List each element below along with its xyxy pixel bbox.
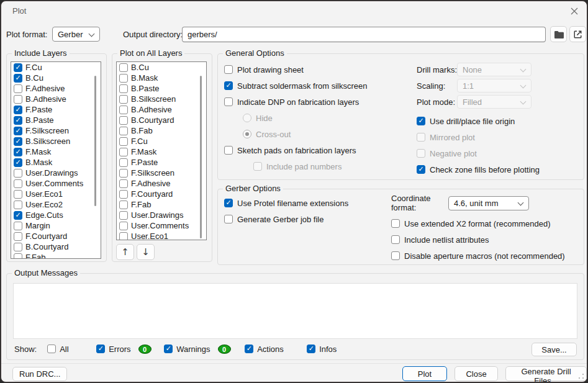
output-messages-area[interactable] xyxy=(13,283,577,339)
layer-row[interactable]: User.Comments xyxy=(11,178,101,189)
layer-checkbox[interactable] xyxy=(14,232,22,241)
plot-button[interactable]: Plot xyxy=(402,366,447,381)
layer-checkbox[interactable] xyxy=(14,253,22,259)
layer-checkbox[interactable] xyxy=(14,63,22,72)
layer-row[interactable]: F.Mask xyxy=(117,146,206,157)
option-checkbox[interactable] xyxy=(224,215,233,223)
filter-checkbox-row[interactable]: Actions xyxy=(245,345,307,354)
layer-row[interactable]: F.Paste xyxy=(11,104,101,115)
option-checkbox[interactable] xyxy=(243,130,251,138)
filter-checkbox[interactable] xyxy=(245,345,253,353)
filter-checkbox-row[interactable]: Infos xyxy=(307,345,337,354)
option-row[interactable]: Use Protel filename extensions xyxy=(224,195,392,211)
layer-row[interactable]: B.Cu xyxy=(11,73,101,83)
layer-checkbox[interactable] xyxy=(119,190,128,199)
layer-row[interactable]: B.Courtyard xyxy=(11,241,101,252)
layer-checkbox[interactable] xyxy=(14,243,22,251)
layer-row[interactable]: B.Mask xyxy=(117,73,206,83)
save-button[interactable]: Save... xyxy=(531,343,577,356)
option-checkbox[interactable] xyxy=(417,149,425,158)
layer-row[interactable]: Margin xyxy=(11,220,101,231)
layer-row[interactable]: F.Adhesive xyxy=(11,83,101,94)
layer-checkbox[interactable] xyxy=(14,179,22,188)
layer-row[interactable]: User.Comments xyxy=(117,220,206,231)
layer-checkbox[interactable] xyxy=(14,201,22,209)
option-row[interactable]: Disable aperture macros (not recommended… xyxy=(391,248,581,264)
layer-row[interactable]: F.Courtyard xyxy=(117,189,206,199)
option-select[interactable]: 1:1 xyxy=(457,79,531,92)
layer-row[interactable]: User.Eco1 xyxy=(117,231,206,240)
option-row[interactable]: Use drill/place file origin xyxy=(417,113,581,129)
option-row[interactable]: Check zone fills before plotting xyxy=(417,161,581,178)
option-checkbox[interactable] xyxy=(243,114,251,122)
layer-checkbox[interactable] xyxy=(119,148,128,156)
layer-checkbox[interactable] xyxy=(14,74,22,83)
layer-checkbox[interactable] xyxy=(14,190,22,199)
layer-row[interactable]: B.Adhesive xyxy=(11,94,101,104)
run-drc-button[interactable]: Run DRC... xyxy=(12,367,67,381)
resize-grip[interactable] xyxy=(578,373,584,379)
layer-checkbox[interactable] xyxy=(119,179,128,188)
layer-row[interactable]: B.Mask xyxy=(11,157,101,168)
filter-checkbox-row[interactable]: Errors 0 xyxy=(96,345,164,354)
close-button[interactable]: Close xyxy=(455,366,498,381)
move-up-button[interactable]: ↑ xyxy=(116,244,134,260)
layer-checkbox[interactable] xyxy=(14,222,22,230)
option-checkbox[interactable] xyxy=(417,133,425,142)
include-layers-list[interactable]: F.Cu B.Cu F.Adhesive B.Adhesive F.Paste … xyxy=(11,61,101,259)
layer-checkbox[interactable] xyxy=(119,106,128,114)
layer-checkbox[interactable] xyxy=(14,106,22,114)
layer-checkbox[interactable] xyxy=(119,95,128,104)
generate-drill-files-button[interactable]: Generate Drill Files... xyxy=(505,366,587,381)
layer-row[interactable]: B.Courtyard xyxy=(117,115,206,125)
plot-on-all-layers-list[interactable]: B.Cu B.Mask B.Paste B.Silkscreen B.Adhes… xyxy=(116,61,207,240)
layer-checkbox[interactable] xyxy=(119,116,128,125)
output-directory-input[interactable] xyxy=(182,27,546,42)
option-checkbox[interactable] xyxy=(253,162,262,171)
option-row[interactable]: Negative plot xyxy=(417,145,581,161)
layer-row[interactable]: F.Silkscreen xyxy=(11,125,101,136)
filter-checkbox[interactable] xyxy=(96,345,105,353)
layer-row[interactable]: B.Silkscreen xyxy=(117,94,206,104)
layer-checkbox[interactable] xyxy=(119,232,128,241)
layer-checkbox[interactable] xyxy=(14,137,22,146)
layer-row[interactable]: User.Eco1 xyxy=(11,189,101,199)
layer-checkbox[interactable] xyxy=(14,127,22,135)
filter-checkbox-row[interactable]: All xyxy=(47,345,96,354)
layer-checkbox[interactable] xyxy=(14,148,22,156)
option-checkbox[interactable] xyxy=(417,117,425,125)
layer-checkbox[interactable] xyxy=(119,222,128,230)
layer-row[interactable]: B.Silkscreen xyxy=(11,136,101,146)
layer-checkbox[interactable] xyxy=(14,84,22,93)
scrollbar[interactable] xyxy=(94,76,96,206)
option-row[interactable]: Plot drawing sheet xyxy=(224,61,410,78)
layer-row[interactable]: F.Cu xyxy=(11,62,101,73)
layer-row[interactable]: B.Fab xyxy=(117,125,206,136)
layer-checkbox[interactable] xyxy=(119,169,128,178)
option-checkbox[interactable] xyxy=(391,219,400,228)
layer-checkbox[interactable] xyxy=(119,201,128,209)
layer-row[interactable]: F.Fab xyxy=(117,199,206,210)
layer-checkbox[interactable] xyxy=(119,84,128,93)
option-row[interactable]: Use extended X2 format (recommended) xyxy=(391,215,581,232)
layer-row[interactable]: F.Paste xyxy=(117,157,206,168)
option-row[interactable]: Sketch pads on fabrication layers xyxy=(224,142,410,158)
layer-row[interactable]: F.Courtyard xyxy=(11,231,101,241)
close-icon[interactable] xyxy=(568,6,581,17)
layer-checkbox[interactable] xyxy=(119,74,128,83)
layer-row[interactable]: B.Paste xyxy=(117,83,206,94)
option-checkbox[interactable] xyxy=(417,165,425,174)
scrollbar[interactable] xyxy=(200,76,202,238)
option-checkbox[interactable] xyxy=(224,65,233,74)
layer-checkbox[interactable] xyxy=(119,127,128,135)
option-row[interactable]: Hide xyxy=(224,110,410,126)
layer-checkbox[interactable] xyxy=(119,63,128,72)
layer-row[interactable]: B.Adhesive xyxy=(117,104,206,115)
layer-row[interactable]: F.Mask xyxy=(11,146,101,157)
filter-checkbox-row[interactable]: Warnings 0 xyxy=(164,345,245,354)
option-row[interactable]: Generate Gerber job file xyxy=(224,211,392,227)
option-row[interactable]: Include netlist attributes xyxy=(391,232,581,248)
layer-row[interactable]: User.Drawings xyxy=(117,210,206,220)
option-select[interactable]: Filled xyxy=(457,95,531,109)
layer-row[interactable]: F.Silkscreen xyxy=(117,168,206,178)
